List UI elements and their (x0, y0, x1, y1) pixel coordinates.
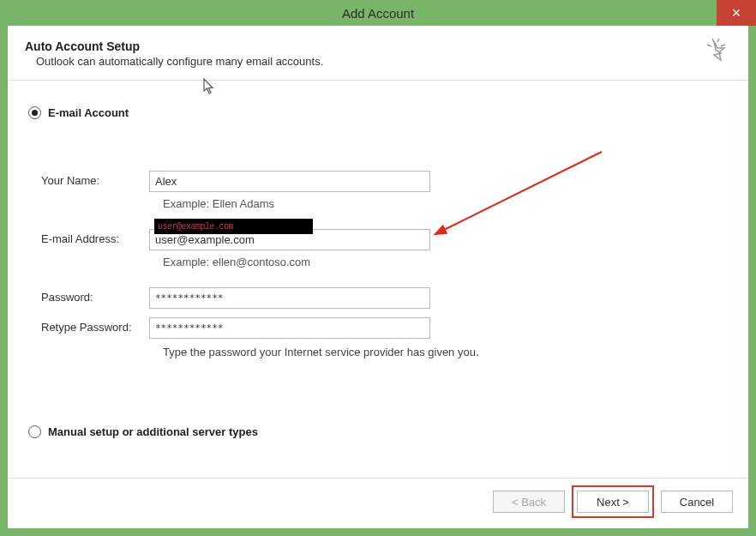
next-button[interactable]: Next > (577, 491, 649, 513)
radio-email-account-input[interactable] (28, 106, 41, 119)
example-your-name: Example: Ellen Adams (163, 197, 430, 210)
input-your-name[interactable] (149, 171, 430, 192)
radio-manual-setup[interactable]: Manual setup or additional server types (28, 425, 728, 438)
next-button-highlight: Next > (572, 485, 654, 518)
titlebar: Add Account × (0, 0, 756, 26)
back-button: < Back (493, 491, 565, 513)
wizard-header: Auto Account Setup Outlook can automatic… (8, 26, 748, 81)
label-email: E-mail Address: (41, 229, 149, 245)
header-subtitle: Outlook can automatically configure many… (36, 55, 731, 68)
example-email: Example: ellen@contoso.com (163, 256, 430, 268)
svg-line-1 (717, 39, 719, 42)
svg-line-3 (721, 45, 725, 46)
cancel-button[interactable]: Cancel (661, 491, 733, 513)
hint-password: Type the password your Internet service … (163, 346, 479, 358)
radio-manual-setup-input[interactable] (28, 425, 41, 438)
setup-click-icon (704, 36, 733, 68)
svg-line-2 (707, 45, 711, 46)
close-icon: × (732, 5, 741, 21)
input-email[interactable] (149, 229, 430, 250)
row-email: E-mail Address: Example: ellen@contoso.c… (41, 229, 728, 282)
label-retype-password: Retype Password: (41, 317, 149, 334)
label-password: Password: (41, 287, 149, 304)
content-area: Auto Account Setup Outlook can automatic… (8, 26, 748, 528)
svg-line-0 (712, 39, 714, 42)
radio-email-account[interactable]: E-mail Account (28, 106, 728, 119)
row-password: Password: (41, 287, 728, 309)
input-password[interactable] (149, 287, 430, 309)
input-retype-password[interactable] (149, 317, 430, 339)
form-body: E-mail Account Your Name: Example: Ellen… (8, 81, 748, 478)
label-your-name: Your Name: (41, 171, 149, 187)
radio-manual-setup-label: Manual setup or additional server types (48, 425, 258, 438)
row-retype-password: Retype Password: Type the password your … (41, 317, 728, 358)
header-title: Auto Account Setup (25, 39, 731, 53)
close-button[interactable]: × (717, 0, 756, 26)
add-account-window: Add Account × Auto Account Setup Outlook… (0, 0, 756, 536)
row-your-name: Your Name: Example: Ellen Adams (41, 171, 728, 224)
wizard-footer: < Back Next > Cancel (8, 479, 748, 528)
radio-email-account-label: E-mail Account (48, 106, 129, 119)
window-title: Add Account (342, 6, 414, 21)
